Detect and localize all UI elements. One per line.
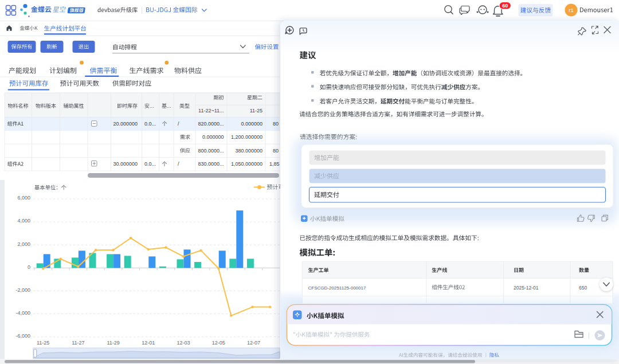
svg-text:11-25: 11-25 (37, 340, 49, 346)
svg-text:380.000000: 380.000000 (235, 148, 263, 154)
svg-text:-6,000: -6,000 (15, 333, 30, 339)
svg-text:11-22~11...: 11-22~11... (198, 108, 224, 113)
svg-text:800.0000...: 800.0000... (198, 148, 224, 154)
svg-text:0.0...: 0.0... (144, 161, 156, 167)
svg-text:20.000000: 20.000000 (113, 121, 138, 127)
svg-text:80: 80 (273, 148, 279, 154)
svg-text:-4,000: -4,000 (15, 310, 30, 316)
svg-text:1,050.000000: 1,050.000000 (231, 161, 263, 167)
svg-text:-2,000: -2,000 (15, 287, 30, 293)
svg-text:830.0000...: 830.0000... (198, 161, 224, 167)
svg-text:12-07: 12-07 (247, 340, 260, 346)
svg-text:11-29: 11-29 (107, 340, 119, 346)
svg-text:0: 0 (28, 264, 30, 270)
svg-text:12-05: 12-05 (212, 340, 225, 346)
svg-text:6,000: 6,000 (17, 195, 30, 201)
svg-text:2025-12-01: 2025-12-01 (514, 285, 539, 291)
svg-text:0.000000: 0.000000 (241, 121, 263, 127)
svg-text:2,000: 2,000 (17, 241, 30, 247)
svg-text:CFSCGD-20251125-000017: CFSCGD-20251125-000017 (308, 285, 366, 291)
svg-text:60: 60 (502, 3, 508, 9)
svg-text:r1: r1 (569, 7, 573, 13)
svg-text:0.0...: 0.0... (144, 121, 156, 127)
svg-text:30.000000: 30.000000 (113, 161, 138, 167)
svg-text:820.0000...: 820.0000... (198, 121, 224, 127)
svg-text:1,85: 1,85 (269, 161, 280, 167)
svg-text:4,000: 4,000 (17, 218, 30, 224)
svg-text:11-27: 11-27 (72, 340, 84, 346)
svg-text:12-01: 12-01 (142, 340, 155, 346)
svg-text:12-03: 12-03 (177, 340, 190, 346)
svg-text:1,200.000000: 1,200.000000 (231, 134, 263, 140)
svg-text:80: 80 (273, 121, 279, 127)
svg-text:650: 650 (579, 285, 587, 291)
svg-text:11-25: 11-25 (250, 108, 263, 113)
svg-text:0.000000: 0.000000 (202, 134, 224, 140)
